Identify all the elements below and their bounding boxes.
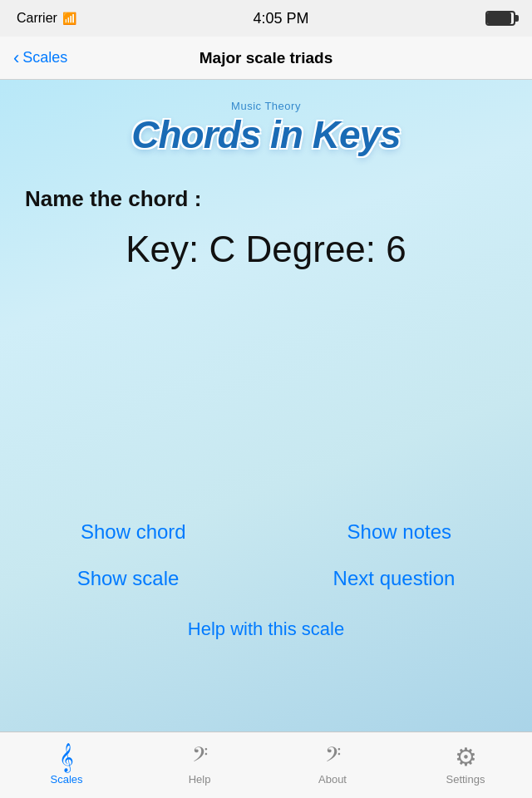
tab-scales-label: Scales [50,773,82,786]
scales-icon: 𝄞 [59,745,74,770]
action-row-1: Show chord Show notes [0,512,532,552]
tab-settings[interactable]: ⚙ Settings [399,732,532,798]
main-content: Music Theory Chords in Keys Name the cho… [0,80,532,732]
logo-subtitle: Music Theory [131,100,400,112]
wifi-icon: 📶 [62,12,76,25]
show-chord-button[interactable]: Show chord [64,512,203,552]
back-button[interactable]: ‹ Scales [13,49,67,67]
tab-about[interactable]: 𝄢 About [266,732,399,798]
question-value: Key: C Degree: 6 [25,229,507,270]
action-area: Show chord Show notes Show scale Next qu… [0,512,532,648]
logo-title: Chords in Keys [131,114,400,156]
tab-help-label: Help [189,773,211,786]
question-area: Name the chord : Key: C Degree: 6 [25,186,507,270]
battery-icon [485,11,515,26]
status-time: 4:05 PM [253,10,308,27]
next-question-button[interactable]: Next question [317,559,472,598]
nav-title: Major scale triads [200,49,333,67]
help-tab-icon: 𝄢 [192,745,208,770]
tab-help[interactable]: 𝄢 Help [133,732,266,798]
tab-about-label: About [318,773,347,786]
back-label: Scales [22,49,67,66]
settings-icon: ⚙ [455,745,477,770]
show-scale-button[interactable]: Show scale [61,559,196,598]
action-row-2: Show scale Next question [0,559,532,598]
carrier-label: Carrier [17,11,57,26]
status-bar: Carrier 📶 4:05 PM [0,0,532,37]
logo-area: Music Theory Chords in Keys [131,100,400,156]
show-notes-button[interactable]: Show notes [331,512,468,552]
tab-settings-label: Settings [446,773,485,786]
tab-bar: 𝄞 Scales 𝄢 Help 𝄢 About ⚙ Settings [0,732,532,798]
about-icon: 𝄢 [325,745,341,770]
tab-scales[interactable]: 𝄞 Scales [0,732,133,798]
question-label: Name the chord : [25,186,507,212]
help-button[interactable]: Help with this scale [171,610,361,648]
back-chevron-icon: ‹ [13,49,19,67]
nav-bar: ‹ Scales Major scale triads [0,37,532,80]
